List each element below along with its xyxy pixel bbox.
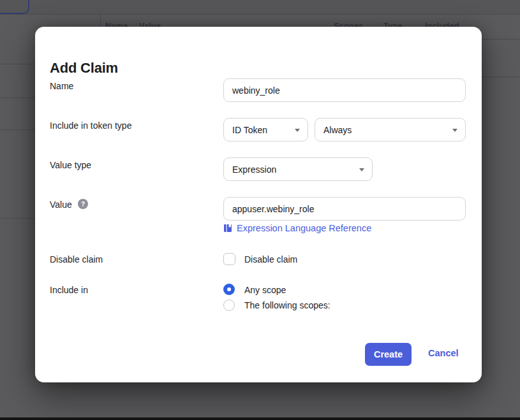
name-label: Name xyxy=(50,81,73,91)
disable-claim-label: Disable claim xyxy=(50,254,103,264)
value-type-selected-value: Expression xyxy=(232,164,276,175)
table-row-divider xyxy=(0,218,36,219)
create-button[interactable]: Create xyxy=(365,343,412,366)
chevron-down-icon xyxy=(295,129,300,132)
value-label: Value xyxy=(50,199,72,210)
expression-reference-link[interactable]: Expression Language Reference xyxy=(223,223,371,233)
disable-claim-checkbox[interactable] xyxy=(223,253,235,265)
value-type-select[interactable]: Expression xyxy=(223,157,373,181)
token-type-select[interactable]: ID Token xyxy=(223,118,308,141)
token-type-selected-value: ID Token xyxy=(232,125,267,135)
following-scopes-radio[interactable] xyxy=(223,300,235,311)
any-scope-radio[interactable] xyxy=(223,284,235,295)
name-input[interactable] xyxy=(223,78,466,102)
following-scopes-label: The following scopes: xyxy=(244,300,331,310)
bottom-bar xyxy=(0,417,520,420)
book-icon xyxy=(223,224,232,233)
table-column-divider xyxy=(100,14,101,28)
disable-claim-checkbox-label: Disable claim xyxy=(244,254,297,264)
background-button-outline xyxy=(0,0,29,14)
table-top-border xyxy=(0,14,520,15)
any-scope-label: Any scope xyxy=(244,285,286,295)
table-row-divider xyxy=(0,98,36,98)
help-icon[interactable]: ? xyxy=(78,199,88,209)
token-type-label: Include in token type xyxy=(50,120,131,131)
table-row-divider xyxy=(0,64,36,64)
table-row-divider xyxy=(479,76,520,77)
include-in-label: Include in xyxy=(50,285,88,295)
expression-reference-label: Expression Language Reference xyxy=(237,223,371,233)
token-when-selected-value: Always xyxy=(323,125,352,135)
value-input[interactable] xyxy=(223,197,466,221)
value-type-label: Value type xyxy=(50,160,91,170)
screen: Name Value Scopes Type Included Add Clai… xyxy=(0,0,520,420)
dialog-title: Add Claim xyxy=(50,60,118,76)
chevron-down-icon xyxy=(452,129,457,132)
add-claim-dialog: Add Claim Name Include in token type ID … xyxy=(35,27,482,382)
chevron-down-icon xyxy=(359,168,364,171)
table-row-divider xyxy=(0,129,36,130)
background-top-band xyxy=(0,0,520,14)
table-row-divider xyxy=(479,39,520,40)
token-when-select[interactable]: Always xyxy=(315,118,466,141)
cancel-button[interactable]: Cancel xyxy=(428,348,459,358)
